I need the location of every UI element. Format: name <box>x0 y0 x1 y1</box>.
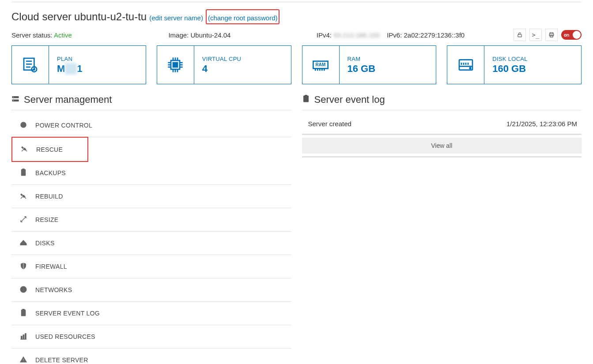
clipboard-icon <box>302 94 310 105</box>
card-value: 160 GB <box>492 63 526 74</box>
mgmt-networks[interactable]: NETWORKS <box>11 278 291 302</box>
shield-icon <box>19 262 27 271</box>
clip-icon <box>19 309 27 318</box>
ipv4-value: 93.213.186.150 <box>333 31 379 39</box>
svg-rect-59 <box>21 336 22 339</box>
events-container: Server created1/21/2025, 12:23:06 PM <box>302 114 582 134</box>
mgmt-delete-server[interactable]: DELETE SERVER <box>11 349 291 364</box>
image-label: Image: <box>168 31 190 39</box>
svg-rect-0 <box>518 34 521 37</box>
management-list: POWER CONTROLRESCUEBACKUPSREBUILDRESIZED… <box>11 114 291 364</box>
server-info-row: Server status: Active Image: Ubuntu-24.0… <box>11 29 582 41</box>
mgmt-backups[interactable]: BACKUPS <box>11 161 291 185</box>
mgmt-rescue[interactable]: RESCUE <box>12 138 87 161</box>
stat-card-cpu: VIRTUAL CPU 4 <box>157 45 291 84</box>
svg-rect-10 <box>173 63 178 67</box>
mgmt-server-event-log[interactable]: SERVER EVENT LOG <box>11 302 291 325</box>
event-row: Server created1/21/2025, 12:23:06 PM <box>302 114 582 134</box>
event-log-heading: Server event log <box>302 94 582 110</box>
mgmt-label: USED RESOURCES <box>35 333 95 340</box>
ipv4-label: IPv4: <box>317 31 333 39</box>
console-icon-button[interactable]: >_ <box>529 29 542 41</box>
ram-icon: RAM <box>302 46 340 84</box>
mgmt-label: RESCUE <box>36 146 63 153</box>
server-name: ubuntu-u2-tu-tu <box>74 11 147 23</box>
card-value: 16 GB <box>347 63 376 74</box>
toggle-label: on <box>564 33 569 38</box>
svg-rect-44 <box>23 169 25 170</box>
mgmt-label: DELETE SERVER <box>35 356 88 364</box>
cpu-icon <box>157 46 194 84</box>
server-icon <box>11 94 19 105</box>
svg-rect-55 <box>23 309 25 310</box>
card-key: VIRTUAL CPU <box>202 56 242 62</box>
highlight-change-password: (change root password) <box>206 9 280 24</box>
mgmt-label: REBUILD <box>35 193 63 200</box>
card-value: 4 <box>202 63 208 74</box>
net-icon <box>19 285 27 295</box>
status-value: Active <box>54 31 72 39</box>
mgmt-label: FIREWALL <box>35 263 67 270</box>
toggle-knob <box>573 31 581 39</box>
mgmt-power-control[interactable]: POWER CONTROL <box>11 114 291 137</box>
title-prefix: Cloud server <box>11 11 72 23</box>
mgmt-label: POWER CONTROL <box>35 122 92 129</box>
event-text: Server created <box>308 120 351 128</box>
svg-point-49 <box>23 288 25 290</box>
page-title: Cloud server ubuntu-u2-tu-tu (edit serve… <box>11 9 582 24</box>
mgmt-rebuild[interactable]: REBUILD <box>11 185 291 208</box>
svg-rect-60 <box>23 335 24 339</box>
warn-icon <box>19 356 27 364</box>
svg-rect-63 <box>23 361 24 362</box>
svg-rect-65 <box>305 95 307 97</box>
console-icon: >_ <box>532 31 540 38</box>
power-icon <box>19 121 27 130</box>
server-management-title: Server management <box>24 94 112 105</box>
disk2-icon <box>19 239 27 248</box>
mgmt-label: DISKS <box>35 240 55 247</box>
ipv6-label: IPv6: <box>387 31 404 39</box>
printer-icon-button[interactable] <box>545 29 558 41</box>
svg-rect-61 <box>25 334 26 339</box>
status-label: Server status: <box>11 31 54 39</box>
mgmt-used-resources[interactable]: USED RESOURCES <box>11 325 291 349</box>
stat-cards: PLAN Mid-1 VIRTUAL CPU 4 RAM RAM 16 GB D… <box>11 45 582 84</box>
view-all-button[interactable]: View all <box>302 138 582 154</box>
svg-point-39 <box>13 97 14 98</box>
mgmt-label: NETWORKS <box>35 286 72 293</box>
plan-icon <box>12 46 49 84</box>
event-separator <box>302 134 582 135</box>
mgmt-firewall[interactable]: FIREWALL <box>11 255 291 278</box>
mgmt-label: RESIZE <box>35 216 58 223</box>
stat-card-ram: RAM RAM 16 GB <box>302 45 437 84</box>
svg-point-36 <box>469 68 471 69</box>
mgmt-disks[interactable]: DISKS <box>11 232 291 255</box>
mgmt-label: BACKUPS <box>35 169 66 176</box>
event-log-title: Server event log <box>314 94 385 105</box>
highlight-rescue: RESCUE <box>11 137 88 162</box>
card-key: RAM <box>347 56 376 62</box>
edit-server-name-link[interactable]: (edit server name) <box>149 14 203 22</box>
disk-icon <box>447 46 484 84</box>
image-value: Ubuntu-24.04 <box>190 31 230 39</box>
tools-icon <box>20 145 28 154</box>
svg-point-47 <box>25 244 26 245</box>
clip-icon <box>19 169 27 178</box>
svg-rect-62 <box>23 358 24 360</box>
change-root-password-link[interactable]: (change root password) <box>208 14 278 22</box>
lock-icon-button[interactable] <box>514 29 526 41</box>
svg-text:RAM: RAM <box>316 62 326 67</box>
power-toggle[interactable]: on <box>561 30 582 40</box>
resize-icon <box>19 215 27 225</box>
event-time: 1/21/2025, 12:23:06 PM <box>506 120 577 128</box>
stat-card-disk: DISK LOCAL 160 GB <box>447 45 582 84</box>
mgmt-label: SERVER EVENT LOG <box>35 310 100 317</box>
card-key: DISK LOCAL <box>492 56 528 62</box>
stat-card-plan: PLAN Mid-1 <box>11 45 146 84</box>
chart-icon <box>19 332 27 341</box>
mgmt-resize[interactable]: RESIZE <box>11 208 291 232</box>
event-separator-2 <box>302 156 582 158</box>
card-key: PLAN <box>57 56 82 62</box>
svg-point-40 <box>13 100 14 101</box>
ipv6-value: 2a02:2279:1236::3f0 <box>404 31 465 39</box>
